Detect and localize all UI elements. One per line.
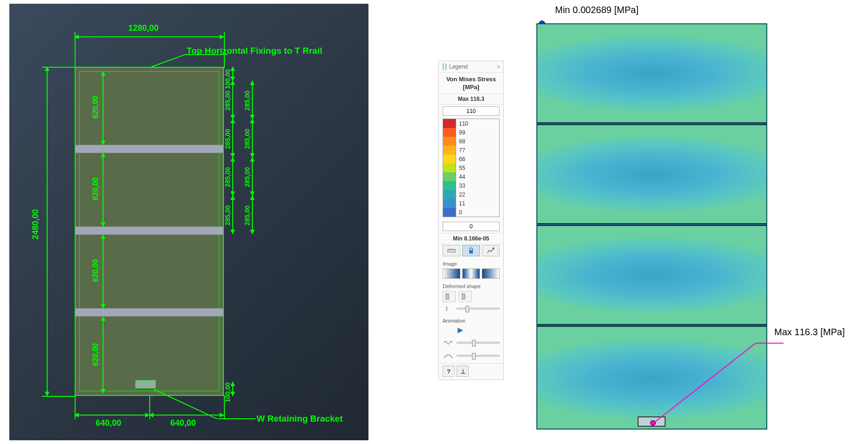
legend-swatch [443, 199, 456, 208]
deformed-shape-buttons [439, 290, 503, 303]
svg-point-6 [493, 247, 494, 249]
deform-scale-slider[interactable] [457, 308, 500, 310]
deform-small-icon [443, 304, 454, 313]
dim-285-1: 285,00 [224, 129, 231, 149]
image-style-buttons [439, 268, 503, 282]
dim-285-5: 285,00 [243, 129, 251, 149]
min-stress-label: Min 0.002689 [MPa] [555, 5, 639, 15]
legend-mode-buttons [439, 244, 503, 259]
dim-100-top: 100,00 [224, 69, 231, 89]
dim-285-0: 285,00 [224, 91, 231, 111]
legend-upper-input[interactable] [443, 106, 500, 116]
deformed-scale-slider-row [439, 303, 503, 316]
legend-swatch [443, 181, 456, 190]
deformed-on-button[interactable] [458, 291, 472, 302]
legend-scale-row: 0 [443, 208, 499, 217]
legend-swatch [443, 137, 456, 146]
legend-title: Von Mises Stress [439, 73, 503, 84]
dim-620-3: 620,00 [91, 343, 100, 366]
legend-scale-row: 44 [443, 172, 499, 181]
dim-bottom-right: 640,00 [170, 418, 196, 428]
curve-icon [443, 351, 454, 360]
legend-scale-value: 0 [456, 209, 462, 216]
legend-scale-row: 77 [443, 146, 499, 155]
lock-button[interactable] [462, 245, 480, 256]
legend-scale-value: 66 [456, 156, 465, 162]
legend-scale-row: 33 [443, 181, 499, 190]
legend-header[interactable]: ⎮⎮ Legend × [439, 61, 503, 73]
legend-swatch [443, 146, 456, 155]
legend-lower-input[interactable] [443, 222, 500, 231]
legend-scale-value: 22 [456, 191, 465, 198]
w-retaining-bracket [135, 380, 156, 388]
animation-section-label: Animation [439, 316, 503, 324]
dim-620-2: 620,00 [91, 259, 100, 282]
image-style-1[interactable] [443, 268, 460, 279]
legend-scale-value: 33 [456, 183, 465, 189]
dim-285-3: 285,00 [224, 205, 231, 226]
dim-285-6: 285,00 [243, 167, 251, 187]
svg-rect-7 [446, 294, 449, 299]
play-button[interactable]: ▶ [439, 324, 503, 337]
legend-swatch [443, 190, 456, 199]
image-style-2[interactable] [462, 268, 480, 279]
legend-color-scale: 1109988776655443322110 [443, 119, 500, 217]
dim-line-width-top [75, 36, 224, 37]
dim-285-7: 285,00 [243, 205, 251, 226]
legend-max: Max 116.3 [439, 93, 503, 105]
dim-height-left: 2480,00 [31, 209, 41, 240]
dim-line-height [47, 67, 48, 396]
max-stress-label: Max 116.3 [MPa] [774, 327, 845, 338]
cad-panel-outline: 620,00 620,00 620,00 620,00 [75, 67, 224, 396]
close-icon[interactable]: × [497, 63, 500, 70]
deformed-off-button[interactable] [443, 291, 456, 302]
dim-bottom-left: 640,00 [96, 418, 121, 428]
legend-scale-value: 110 [456, 120, 468, 127]
pin-button[interactable]: ⊥ [457, 366, 469, 377]
dim-620-1: 620,00 [91, 177, 100, 200]
image-style-3[interactable] [482, 268, 500, 279]
dim-100-bot: 100,00 [224, 382, 231, 402]
dim-285-2: 285,00 [224, 167, 231, 187]
graph-button[interactable] [482, 245, 500, 256]
legend-scale-value: 44 [456, 174, 465, 180]
dim-285-4: 285,00 [243, 91, 251, 111]
legend-scale-value: 11 [456, 200, 465, 207]
shelf-3 [76, 308, 223, 317]
legend-scale-row: 22 [443, 190, 499, 199]
shelf-2 [76, 226, 223, 235]
label-w-bracket: W Retaining Bracket [257, 414, 343, 424]
dim-620-0: 620,00 [91, 96, 100, 119]
fea-result-panel: Min 0.002689 [MPa] Max 116.3 [MPa] ⎮⎮ Le… [368, 0, 868, 444]
shelf-1 [76, 145, 223, 153]
legend-swatch [443, 128, 456, 137]
fea-contour-plot [536, 23, 767, 430]
animation-curve-slider-row [439, 350, 503, 363]
cad-drawing-panel: 1280,00 Top Horizontal Fixings to T Rrai… [9, 4, 368, 440]
legend-swatch [443, 163, 456, 172]
help-button[interactable]: ? [443, 366, 455, 377]
legend-scale-row: 55 [443, 163, 499, 172]
svg-rect-0 [448, 249, 455, 252]
animation-wave-slider-row [439, 337, 503, 350]
legend-header-text: Legend [449, 63, 468, 70]
legend-scale-value: 55 [456, 165, 465, 171]
deformed-section-label: Deformed shape [439, 282, 503, 290]
legend-unit: [MPa] [439, 84, 503, 93]
legend-icon: ⎮⎮ [442, 63, 447, 70]
animation-speed-slider[interactable] [457, 342, 500, 344]
legend-panel[interactable]: ⎮⎮ Legend × Von Mises Stress [MPa] Max 1… [438, 61, 504, 380]
legend-scale-row: 66 [443, 155, 499, 163]
legend-swatch [443, 155, 456, 163]
legend-scale-value: 99 [456, 129, 465, 136]
svg-rect-5 [469, 250, 473, 254]
animation-amplitude-slider[interactable] [457, 355, 500, 357]
ruler-button[interactable] [443, 245, 460, 256]
image-section-label: Image [439, 259, 503, 268]
legend-scale-row: 110 [443, 119, 499, 128]
legend-footer-buttons: ? ⊥ [439, 363, 503, 377]
wave-icon [443, 338, 454, 347]
legend-swatch [443, 208, 456, 217]
legend-scale-row: 11 [443, 199, 499, 208]
legend-swatch [443, 119, 456, 128]
